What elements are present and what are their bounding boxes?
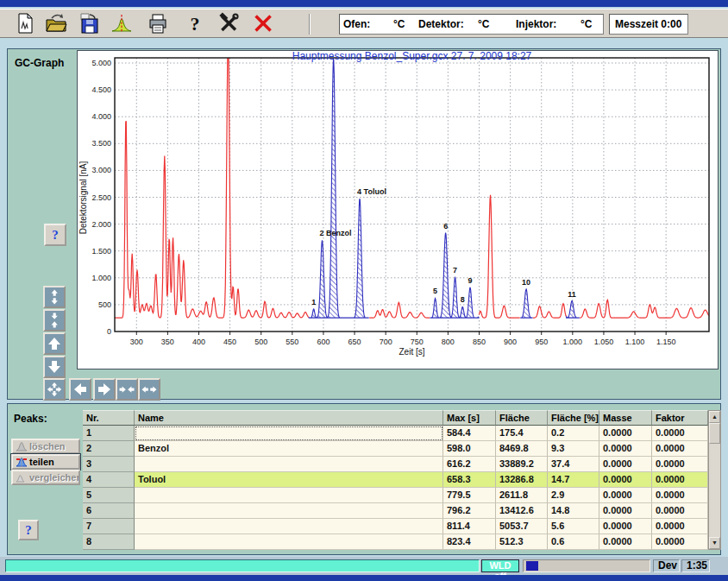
table-row[interactable]: 5779.52611.82.90.00000.0000 [83,488,721,503]
table-row[interactable]: 7811.45053.75.60.00000.0000 [83,519,721,534]
peaks-help-button[interactable]: ? [18,520,39,540]
table-cell[interactable]: 13286.8 [496,472,548,488]
table-cell[interactable]: 0.6 [548,534,599,550]
scroll-up-button[interactable] [43,332,66,355]
scroll-right-button[interactable] [93,378,116,401]
row-number-cell[interactable]: 1 [83,426,135,441]
abort-button[interactable] [251,12,275,36]
row-number-cell[interactable]: 3 [83,457,135,472]
table-cell[interactable]: 0.2 [548,426,599,441]
scrollbar-thumb[interactable] [709,423,720,444]
column-header[interactable]: Nr. [83,410,135,426]
table-cell[interactable]: 512.3 [496,534,548,550]
row-number-cell[interactable]: 7 [83,519,135,534]
table-cell[interactable]: 616.2 [443,457,496,472]
scrollbar-up-button[interactable]: ▲ [709,411,720,423]
table-cell[interactable]: 0.0000 [652,457,708,472]
table-cell[interactable]: 0.0000 [599,457,652,472]
table-row[interactable]: 4Toluol658.313286.814.70.00000.0000 [83,472,721,488]
table-cell[interactable]: 8469.8 [496,441,548,457]
table-cell[interactable]: 0.0000 [599,472,652,488]
table-cell[interactable]: 37.4 [548,457,599,472]
table-cell[interactable]: 2611.8 [496,488,548,503]
table-cell[interactable]: 811.4 [443,519,496,534]
table-cell[interactable]: 13412.6 [496,503,548,519]
table-cell[interactable]: 14.7 [548,472,599,488]
table-row[interactable]: 8823.4512.30.60.00000.0000 [83,534,721,550]
delete-peak-button[interactable]: löschen [11,439,80,454]
chart-canvas[interactable]: 3003504004505005506006507007508008509009… [78,51,718,369]
table-cell[interactable]: 0.0000 [599,488,652,503]
table-cell[interactable]: 0.0000 [652,488,708,503]
table-cell[interactable]: 0.0000 [652,534,708,550]
column-header[interactable]: Fläche [496,410,548,426]
table-cell[interactable]: 584.4 [443,426,496,441]
help-button[interactable]: ? [183,12,207,36]
scroll-down-button[interactable] [43,356,66,378]
wld-status-badge[interactable]: WLD off [481,559,519,572]
table-cell[interactable]: 0.0000 [652,472,708,488]
table-cell[interactable]: 5.6 [548,519,599,534]
print-button[interactable] [146,12,170,36]
table-cell[interactable]: 658.3 [443,472,496,488]
table-cell[interactable]: 5053.7 [496,519,548,534]
column-header[interactable]: Fläche [%] [548,410,599,426]
table-cell[interactable]: Toluol [135,472,443,488]
compress-horizontal-button[interactable] [116,378,138,401]
row-number-cell[interactable]: 5 [83,488,135,503]
split-peak-button[interactable]: teilen [11,454,80,470]
expand-vertical-button[interactable] [43,286,66,308]
table-cell[interactable] [135,519,443,534]
move-button[interactable] [43,378,66,401]
table-cell[interactable] [135,488,443,503]
column-header[interactable]: Masse [ng] [599,410,652,426]
table-cell[interactable]: 33889.2 [496,457,548,472]
table-cell[interactable]: 0.0000 [599,441,652,457]
table-cell[interactable]: 175.4 [496,426,548,441]
table-cell[interactable] [135,426,443,441]
table-cell[interactable] [135,457,443,472]
row-number-cell[interactable]: 6 [83,503,135,519]
table-cell[interactable]: 0.0000 [652,519,708,534]
new-measurement-button[interactable] [13,12,37,36]
table-cell[interactable] [135,534,443,550]
table-cell[interactable]: 796.2 [443,503,496,519]
scroll-left-button[interactable] [69,378,91,401]
row-number-cell[interactable]: 2 [83,441,135,457]
settings-button[interactable] [217,12,241,36]
table-row[interactable]: 6796.213412.614.80.00000.0000 [83,503,721,519]
scrollbar-down-button[interactable]: ▼ [709,537,720,549]
save-file-button[interactable] [77,12,101,36]
table-cell[interactable]: 598.0 [443,441,496,457]
show-peaks-button[interactable] [110,12,134,36]
compare-peak-button[interactable]: vergleicher [11,470,80,485]
table-cell[interactable]: 0.0000 [599,426,652,441]
table-row[interactable]: 1584.4175.40.20.00000.0000 [83,426,721,441]
table-cell[interactable]: 0.0000 [599,534,652,550]
column-header[interactable]: Name [135,410,443,426]
row-number-cell[interactable]: 8 [83,534,135,550]
table-cell[interactable]: 14.8 [548,503,599,519]
open-file-button[interactable] [44,12,68,36]
expand-horizontal-button[interactable] [138,378,160,401]
column-header[interactable]: Max [s] [443,410,496,426]
table-cell[interactable]: 0.0000 [652,441,708,457]
table-cell[interactable]: 9.3 [548,441,599,457]
table-cell[interactable] [135,503,443,519]
table-cell[interactable]: Benzol [135,441,443,457]
table-row[interactable]: 2Benzol598.08469.89.30.00000.0000 [83,441,721,457]
table-cell[interactable]: 823.4 [443,534,496,550]
table-cell[interactable]: 779.5 [443,488,496,503]
column-header[interactable]: Faktor [652,410,708,426]
table-cell[interactable]: 0.0000 [599,519,652,534]
injektor-label: Injektor: [516,18,556,30]
table-row[interactable]: 3616.233889.237.40.00000.0000 [83,457,721,472]
table-cell[interactable]: 0.0000 [652,426,708,441]
graph-help-button[interactable]: ? [44,224,66,246]
table-scrollbar[interactable]: ▲ ▼ [708,410,721,550]
compress-vertical-button[interactable] [43,309,66,332]
table-cell[interactable]: 2.9 [548,488,599,503]
table-cell[interactable]: 0.0000 [652,503,708,519]
table-cell[interactable]: 0.0000 [599,503,652,519]
row-number-cell[interactable]: 4 [83,472,135,488]
